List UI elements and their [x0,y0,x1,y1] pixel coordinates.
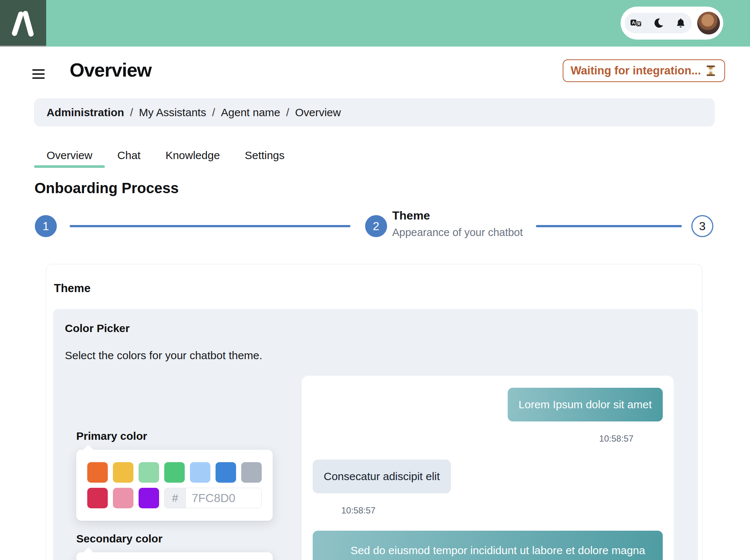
onboarding-stepper: 1 2 Theme Appearance of your chatbot 3 [34,206,713,252]
hex-prefix: # [164,488,185,508]
color-picker-description: Select the colors for your chatbot theme… [65,349,262,362]
swatch-grid: # [87,462,262,508]
color-swatch-pink[interactable] [113,488,133,508]
onboarding-heading: Onboarding Process [34,180,179,196]
color-swatch-yellow[interactable] [113,462,133,483]
secondary-color-label: Secondary color [76,533,162,545]
tab-knowledge[interactable]: Knowledge [153,143,232,168]
step-2-circle[interactable]: 2 [365,215,387,237]
color-swatch-gray[interactable] [241,462,262,483]
bell-icon[interactable] [675,17,687,29]
chat-timestamp: 10:58:57 [341,505,375,516]
step-2-title: Theme [392,209,430,222]
logo-mark-icon [7,5,40,40]
breadcrumb-agent-name[interactable]: Agent name [221,106,280,119]
svg-text:A: A [632,20,635,25]
theme-card-heading: Theme [54,282,91,295]
hourglass-icon [705,65,717,77]
chat-preview-panel: Lorem Ipsum dolor sit amet 10:58:57 Cons… [302,376,674,560]
popup-caret [82,547,94,559]
color-swatch-red[interactable] [87,488,108,508]
breadcrumb: Administration / My Assistants / Agent n… [34,98,715,126]
breadcrumb-separator: / [212,106,215,119]
color-swatch-lightgreen[interactable] [139,462,159,483]
step-connector [536,225,682,227]
step-2-subtitle: Appearance of your chatbot [392,226,523,239]
hex-input-group: # [164,488,262,508]
color-swatch-orange[interactable] [87,462,108,483]
step-3-circle[interactable]: 3 [691,215,713,237]
chat-bubble-user: Sed do eiusmod tempor incididunt ut labo… [313,531,663,560]
step-1-circle[interactable]: 1 [35,215,57,237]
primary-color-popup: # [76,450,273,521]
color-picker-section: Color Picker Select the colors for your … [53,309,698,560]
tab-overview[interactable]: Overview [34,143,105,168]
color-swatch-green[interactable] [164,462,185,483]
translate-icon[interactable]: A [630,17,642,29]
header-icon-group: A [625,13,692,33]
main-content: Overview Waiting for integration... Admi… [0,47,750,560]
popup-caret [82,445,94,456]
color-swatch-purple[interactable] [139,488,159,508]
step-connector [70,225,350,227]
integration-status-button[interactable]: Waiting for integration... [563,59,725,82]
tab-bar: Overview Chat Knowledge Settings [34,143,297,168]
tab-chat[interactable]: Chat [105,143,153,168]
tab-settings[interactable]: Settings [232,143,297,168]
breadcrumb-overview[interactable]: Overview [295,106,341,119]
primary-color-label: Primary color [76,430,147,442]
chat-bubble-bot: Consecatur adiscipit elit [313,460,451,493]
color-swatch-lightblue[interactable] [190,462,210,483]
secondary-color-popup [76,552,273,560]
hex-color-input[interactable] [185,488,262,508]
moon-icon[interactable] [652,17,664,29]
integration-status-label: Waiting for integration... [571,64,701,77]
breadcrumb-separator: / [286,106,289,119]
color-picker-heading: Color Picker [65,322,130,335]
color-swatch-blue[interactable] [216,462,236,483]
app-header: A [0,0,750,47]
breadcrumb-my-assistants[interactable]: My Assistants [139,106,206,119]
breadcrumb-separator: / [130,106,133,119]
chat-timestamp: 10:58:57 [599,434,633,444]
screen: A [0,0,750,560]
page-title: Overview [70,59,151,81]
header-actions-pill: A [621,7,723,40]
chat-bubble-user: Lorem Ipsum dolor sit amet [508,388,663,421]
menu-icon[interactable] [32,69,45,79]
avatar[interactable] [697,12,720,34]
breadcrumb-administration[interactable]: Administration [47,106,124,119]
theme-card: Theme Color Picker Select the colors for… [46,264,702,560]
app-logo[interactable] [0,0,46,47]
